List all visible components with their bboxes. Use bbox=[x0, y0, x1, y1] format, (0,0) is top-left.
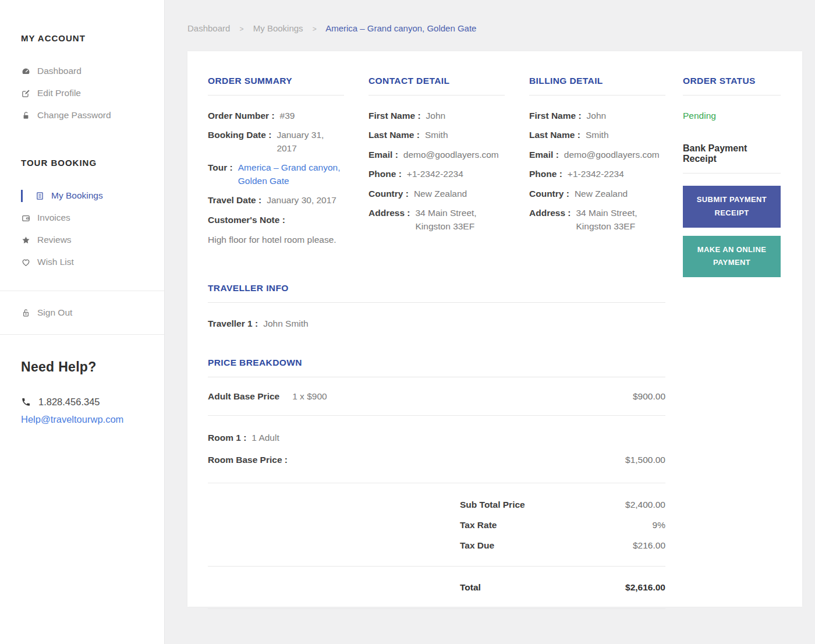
divider bbox=[368, 95, 505, 95]
billing-detail-section: BILLING DETAIL First Name : John Last Na… bbox=[529, 76, 665, 247]
bookings-icon bbox=[35, 191, 45, 201]
field-label: Address : bbox=[368, 207, 410, 233]
main-content: Dashboard > My Bookings > America – Gran… bbox=[165, 0, 815, 607]
help-phone-number: 1.828.456.345 bbox=[38, 397, 100, 408]
order-detail-card: ORDER SUMMARY Order Number : #39 Booking… bbox=[187, 51, 802, 607]
total-label: Tax Rate bbox=[460, 520, 497, 530]
order-main: ORDER SUMMARY Order Number : #39 Booking… bbox=[208, 76, 665, 609]
order-number-row: Order Number : #39 bbox=[208, 109, 344, 122]
room-base-price-row: Room Base Price : $1,500.00 bbox=[208, 454, 665, 466]
traveller-info-section: TRAVELLER INFO Traveller 1 : John Smith bbox=[208, 283, 665, 329]
price-label: Room Base Price : bbox=[208, 454, 288, 466]
tax-rate-row: Tax Rate 9% bbox=[208, 520, 665, 530]
divider bbox=[683, 173, 781, 174]
field-label: Tour : bbox=[208, 161, 233, 187]
field-label: Phone : bbox=[368, 168, 402, 181]
total-amount: 9% bbox=[653, 520, 665, 530]
field-value: 34 Main Street, Kingston 33EF bbox=[416, 207, 505, 233]
divider bbox=[683, 95, 781, 95]
sidebar-item-label: Sign Out bbox=[37, 307, 72, 318]
field-value: #39 bbox=[280, 109, 295, 122]
price-value: 1 Adult bbox=[251, 431, 279, 444]
sidebar-item-label: Invoices bbox=[37, 213, 70, 223]
field-value: John Smith bbox=[263, 319, 309, 329]
field-value: +1-2342-2234 bbox=[407, 168, 463, 181]
field-label: Order Number : bbox=[208, 109, 275, 122]
sidebar-item-label: Change Password bbox=[37, 110, 111, 121]
field-label: Phone : bbox=[529, 168, 562, 181]
sidebar-item-sign-out[interactable]: Sign Out bbox=[0, 302, 164, 324]
sidebar-item-wish-list[interactable]: Wish List bbox=[0, 251, 164, 273]
phone-icon bbox=[21, 397, 31, 407]
field-label: First Name : bbox=[368, 109, 421, 122]
sidebar-section-tour-booking: TOUR BOOKING bbox=[21, 158, 164, 168]
breadcrumb-separator-icon: > bbox=[240, 25, 244, 33]
sidebar-item-change-password[interactable]: Change Password bbox=[0, 104, 164, 126]
edit-icon bbox=[21, 89, 31, 98]
sub-total-row: Sub Total Price $2,400.00 bbox=[208, 500, 665, 510]
sidebar-item-reviews[interactable]: Reviews bbox=[0, 229, 164, 251]
sidebar-item-my-bookings[interactable]: My Bookings bbox=[0, 185, 164, 207]
booking-date-row: Booking Date : January 31, 2017 bbox=[208, 129, 344, 155]
field-label: Email : bbox=[368, 148, 398, 161]
breadcrumb-dashboard[interactable]: Dashboard bbox=[187, 23, 230, 33]
field-label: Booking Date : bbox=[208, 129, 271, 155]
grand-total-amount: $2,616.00 bbox=[625, 582, 665, 593]
field-label: Travel Date : bbox=[208, 194, 261, 207]
divider bbox=[208, 302, 665, 303]
price-label: Adult Base Price bbox=[208, 391, 279, 402]
field-label: Country : bbox=[368, 187, 409, 200]
field-value: demo@goodlayers.com bbox=[403, 148, 499, 161]
wallet-icon bbox=[21, 213, 31, 223]
price-breakdown-title: PRICE BREAKDOWN bbox=[208, 358, 665, 368]
email-row: Email : demo@goodlayers.com bbox=[368, 148, 505, 161]
lock-icon bbox=[21, 111, 31, 121]
room-block: Room 1 : 1 Adult Room Base Price : $1,50… bbox=[208, 416, 665, 484]
price-amount: $1,500.00 bbox=[625, 454, 665, 466]
sidebar-item-label: Edit Profile bbox=[37, 88, 81, 98]
breadcrumb-separator-icon: > bbox=[313, 25, 317, 33]
field-label: First Name : bbox=[529, 109, 582, 122]
field-label: Country : bbox=[529, 187, 569, 200]
field-value: John bbox=[587, 109, 607, 122]
last-name-row: Last Name : Smith bbox=[529, 129, 665, 141]
breadcrumb-my-bookings[interactable]: My Bookings bbox=[253, 23, 303, 33]
price-qty: 1 x $900 bbox=[292, 391, 327, 402]
field-label: Last Name : bbox=[529, 129, 580, 141]
field-label: Customer's Note : bbox=[208, 214, 285, 227]
field-value: January 31, 2017 bbox=[277, 129, 344, 155]
divider bbox=[208, 95, 344, 95]
price-amount: $900.00 bbox=[633, 391, 665, 402]
submit-payment-receipt-button[interactable]: SUBMIT PAYMENT RECEIPT bbox=[683, 186, 781, 228]
status-badge: Pending bbox=[683, 111, 781, 121]
order-status-title: ORDER STATUS bbox=[683, 76, 781, 86]
make-online-payment-button[interactable]: MAKE AN ONLINE PAYMENT bbox=[683, 236, 781, 278]
order-summary-section: ORDER SUMMARY Order Number : #39 Booking… bbox=[208, 76, 344, 247]
tour-link[interactable]: America – Grand canyon, Golden Gate bbox=[238, 161, 344, 187]
help-email-link[interactable]: Help@traveltourwp.com bbox=[21, 414, 123, 425]
phone-row: Phone : +1-2342-2234 bbox=[368, 168, 505, 181]
total-label: Sub Total Price bbox=[460, 500, 525, 510]
billing-detail-title: BILLING DETAIL bbox=[529, 76, 665, 86]
traveller-1-row: Traveller 1 : John Smith bbox=[208, 319, 665, 329]
sidebar-item-dashboard[interactable]: Dashboard bbox=[0, 60, 164, 82]
field-value: John bbox=[426, 109, 446, 122]
price-label: Room 1 : bbox=[208, 431, 246, 444]
active-indicator-bar bbox=[21, 190, 23, 202]
field-value: New Zealand bbox=[414, 187, 467, 200]
detail-columns: ORDER SUMMARY Order Number : #39 Booking… bbox=[208, 76, 665, 247]
field-label: Address : bbox=[529, 207, 571, 233]
tax-due-row: Tax Due $216.00 bbox=[208, 540, 665, 551]
field-label: Last Name : bbox=[368, 129, 420, 141]
travel-date-row: Travel Date : January 30, 2017 bbox=[208, 194, 344, 207]
field-value: New Zealand bbox=[575, 187, 628, 200]
sidebar-item-edit-profile[interactable]: Edit Profile bbox=[0, 82, 164, 104]
total-amount: $2,400.00 bbox=[625, 500, 665, 510]
contact-detail-title: CONTACT DETAIL bbox=[368, 76, 505, 86]
total-label: Total bbox=[460, 582, 481, 593]
sidebar-item-label: Reviews bbox=[37, 235, 72, 245]
sidebar-item-invoices[interactable]: Invoices bbox=[0, 207, 164, 229]
adult-base-price-row: Adult Base Price 1 x $900 $900.00 bbox=[208, 377, 665, 416]
grand-total-row: Total $2,616.00 bbox=[208, 567, 665, 609]
account-nav: Dashboard Edit Profile Change Password bbox=[0, 60, 164, 126]
